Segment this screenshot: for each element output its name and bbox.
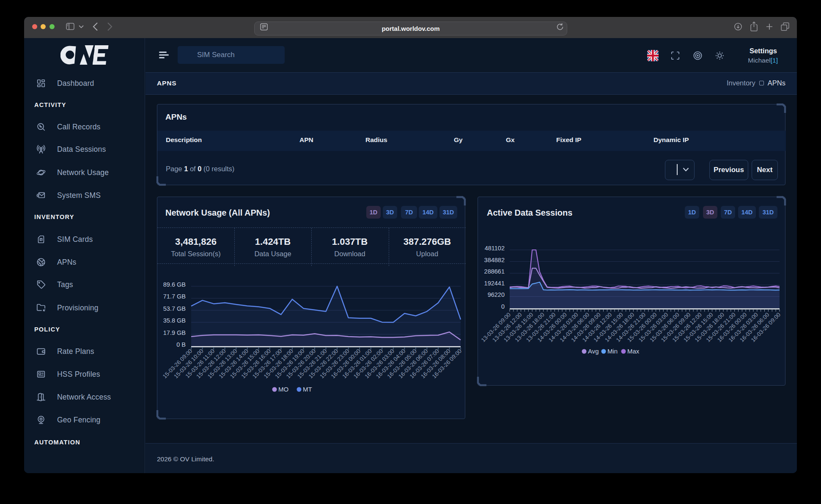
- svg-text:MT: MT: [303, 386, 312, 393]
- svg-text:96220: 96220: [488, 291, 505, 298]
- svg-text:17.9 GB: 17.9 GB: [163, 329, 186, 336]
- svg-text:89.6 GB: 89.6 GB: [163, 281, 186, 288]
- svg-text:384882: 384882: [484, 257, 505, 263]
- svg-text:0 B: 0 B: [176, 341, 186, 348]
- svg-text:MO: MO: [278, 386, 288, 393]
- svg-text:Avg: Avg: [588, 348, 599, 355]
- svg-text:71.7 GB: 71.7 GB: [163, 293, 186, 300]
- svg-text:192441: 192441: [484, 280, 505, 287]
- svg-text:Max: Max: [627, 348, 640, 355]
- svg-text:288661: 288661: [484, 268, 505, 275]
- svg-text:53.7 GB: 53.7 GB: [163, 305, 186, 312]
- svg-text:481102: 481102: [485, 245, 505, 252]
- svg-text:Min: Min: [607, 348, 618, 355]
- svg-text:0: 0: [501, 303, 505, 310]
- svg-text:35.8 GB: 35.8 GB: [163, 317, 186, 324]
